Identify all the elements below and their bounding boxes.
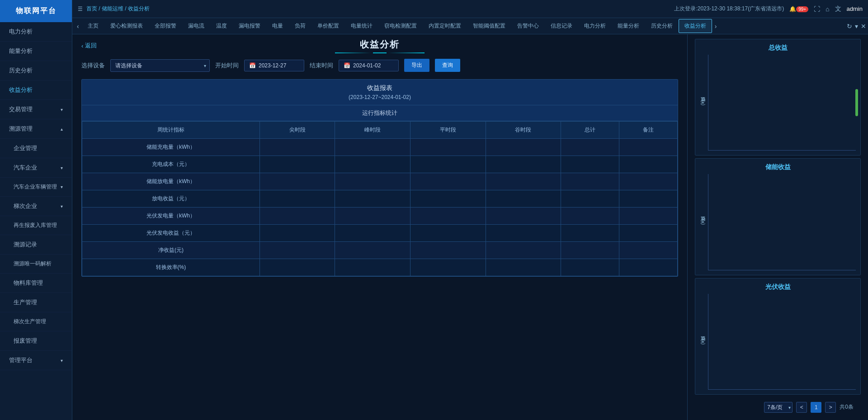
nav-prev-arrow[interactable]: ‹ (74, 23, 82, 30)
nav-close-icon[interactable]: ✕ (861, 23, 866, 30)
row-cell (561, 225, 619, 242)
fullscreen-icon[interactable]: ⛶ (814, 5, 820, 13)
storage-chart-title: 储能收益 (700, 163, 856, 171)
next-page-button[interactable]: > (825, 402, 836, 413)
right-panel: 总收益 收益(¥) 储能收益 收益(¥) 光伏收益 (687, 34, 868, 420)
row-cell (619, 208, 678, 225)
row-cell (335, 208, 410, 225)
sidebar-item-manage[interactable]: 管理平台 ▾ (0, 351, 72, 370)
page-size-select[interactable]: 7条/页 (764, 402, 793, 413)
home-icon[interactable]: ⌂ (826, 5, 829, 13)
sidebar-item-recycle[interactable]: 再生报废入库管理 (0, 216, 72, 235)
content-area: ‹ 返回 收益分析 选择设备 请选择设备 (72, 34, 868, 420)
col-header-2: 峰时段 (335, 122, 410, 139)
end-time-input[interactable] (353, 62, 394, 69)
calendar-icon-start: 📅 (249, 62, 256, 69)
device-label: 选择设备 (81, 61, 105, 70)
notification-wrapper[interactable]: 🔔99+ (789, 6, 808, 12)
table-row: 净收益(元) (82, 242, 678, 259)
nav-next-arrow[interactable]: › (712, 23, 720, 30)
tab-theft-detect[interactable]: 窃电检测配置 (378, 19, 423, 33)
sidebar: 物联网平台 电力分析 能量分析 历史分析 收益分析 交易管理 ▾ 溯源管理 ▴ … (0, 0, 72, 420)
sidebar-item-tier-prod[interactable]: 梯次生产管理 (0, 312, 72, 331)
sidebar-item-auto[interactable]: 汽车企业 ▾ (0, 158, 72, 178)
row-cell (486, 156, 561, 173)
device-select[interactable]: 请选择设备 (110, 59, 210, 72)
tab-info-record[interactable]: 信息记录 (545, 19, 578, 33)
sidebar-item-trace-record[interactable]: 溯源记录 (0, 235, 72, 255)
nav-dropdown-icon[interactable]: ▾ (855, 23, 858, 30)
refresh-icon[interactable]: ↻ (847, 23, 852, 30)
end-time-wrapper: 📅 (339, 60, 399, 71)
tab-load[interactable]: 负荷 (289, 19, 311, 33)
sidebar-item-history[interactable]: 历史分析 (0, 61, 72, 80)
pv-chart-area: 收益(¥) (700, 294, 856, 390)
sidebar-item-auto-vehicle[interactable]: 汽车企业车辆管理 ▾ (0, 178, 72, 197)
row-cell (486, 190, 561, 208)
topbar-right: 上次登录:2023-12-30 18:38:17(广东省清远市) 🔔99+ ⛶ … (674, 5, 863, 13)
tab-leakage[interactable]: 漏电流 (182, 19, 210, 33)
menu-icon[interactable]: ☰ (78, 6, 83, 12)
row-cell (486, 139, 561, 156)
tab-home[interactable]: 主页 (82, 19, 104, 33)
col-header-4: 谷时段 (486, 122, 561, 139)
tab-alarm-center[interactable]: 告警中心 (511, 19, 545, 33)
admin-name: admin (847, 5, 863, 12)
total-chart-inner (708, 55, 856, 151)
export-button[interactable]: 导出 (404, 59, 429, 72)
sidebar-item-trace[interactable]: 溯源管理 ▴ (0, 119, 72, 139)
translate-icon[interactable]: 文 (835, 5, 841, 13)
row-label: 充电成本（元） (82, 156, 260, 173)
sidebar-item-power[interactable]: 电力分析 (0, 22, 72, 42)
tab-unit-price[interactable]: 单价配置 (311, 19, 345, 33)
table-section-header: 运行指标统计 (82, 105, 678, 121)
sidebar-item-production[interactable]: 生产管理 (0, 293, 72, 312)
tab-elec-stat[interactable]: 电量统计 (345, 19, 378, 33)
nav-tabs-right: ↻ ▾ ✕ (847, 23, 866, 30)
sidebar-item-revenue[interactable]: 收益分析 (0, 80, 72, 100)
row-cell (335, 190, 410, 208)
start-time-input[interactable] (259, 62, 299, 69)
total-chart-area: 收益(¥) (700, 55, 856, 151)
row-cell (561, 208, 619, 225)
row-cell (335, 225, 410, 242)
row-cell (259, 190, 335, 208)
tab-all-alarm[interactable]: 全部报警 (149, 19, 182, 33)
col-header-5: 总计 (561, 122, 619, 139)
tab-threshold[interactable]: 智能阈值配置 (467, 19, 511, 33)
sidebar-item-energy[interactable]: 能量分析 (0, 42, 72, 61)
sidebar-item-company[interactable]: 企业管理 (0, 139, 72, 158)
current-page-button[interactable]: 1 (811, 402, 821, 413)
calendar-icon-end: 📅 (344, 62, 350, 69)
row-cell (619, 190, 678, 208)
query-button[interactable]: 查询 (435, 59, 460, 72)
col-header-0: 周统计指标 (82, 122, 260, 139)
row-cell (335, 139, 410, 156)
prev-page-button[interactable]: < (796, 402, 807, 413)
row-cell (619, 173, 678, 190)
tab-temp[interactable]: 温度 (210, 19, 233, 33)
sidebar-item-warehouse[interactable]: 物料库管理 (0, 274, 72, 293)
tab-revenue-analysis[interactable]: 收益分析 (679, 19, 712, 33)
tab-history-analysis[interactable]: 历史分析 (645, 19, 679, 33)
row-cell (619, 156, 678, 173)
sidebar-item-tier[interactable]: 梯次企业 ▾ (0, 197, 72, 216)
row-cell (619, 139, 678, 156)
back-button[interactable]: ‹ 返回 (81, 42, 97, 50)
row-cell (410, 242, 486, 259)
tab-leak-alarm[interactable]: 漏电报警 (233, 19, 266, 33)
green-indicator-total (855, 89, 858, 116)
tab-ai-check[interactable]: 爱心检测报表 (104, 19, 149, 33)
tab-schedule[interactable]: 内置定时配置 (423, 19, 467, 33)
tab-power-analysis[interactable]: 电力分析 (578, 19, 612, 33)
device-select-wrapper: 请选择设备 ▾ (110, 59, 210, 72)
table-row: 转换效率(%) (82, 259, 678, 276)
row-cell (486, 225, 561, 242)
total-info: 共0条 (840, 403, 854, 411)
tab-electricity[interactable]: 电量 (266, 19, 289, 33)
sidebar-item-trace-code[interactable]: 溯源唯一码解析 (0, 255, 72, 274)
sidebar-item-scrap[interactable]: 报废管理 (0, 331, 72, 351)
total-chart-y-label: 收益(¥) (700, 55, 706, 151)
tab-energy-analysis[interactable]: 能量分析 (612, 19, 645, 33)
sidebar-item-trade[interactable]: 交易管理 ▾ (0, 100, 72, 119)
